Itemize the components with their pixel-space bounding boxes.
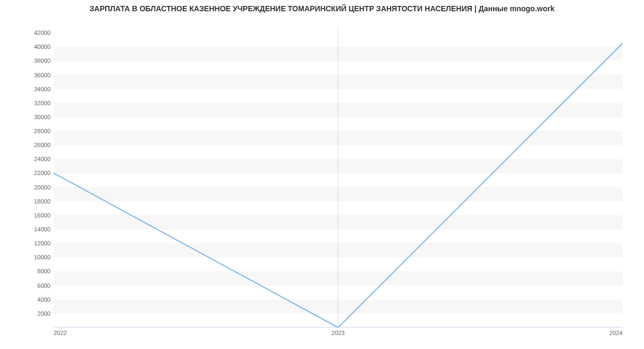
y-tick-label: 26000 — [34, 142, 50, 148]
y-tick-label: 30000 — [34, 114, 50, 120]
y-tick-label: 38000 — [34, 57, 50, 64]
y-tick-label: 42000 — [34, 30, 50, 36]
x-tick-label: 2023 — [332, 330, 345, 336]
y-tick-label: 40000 — [34, 43, 50, 50]
y-tick-label: 36000 — [34, 72, 50, 78]
x-tick-label: 2024 — [610, 330, 623, 336]
y-tick-label: 32000 — [34, 100, 50, 106]
y-tick-label: 16000 — [34, 212, 50, 219]
y-tick-label: 28000 — [34, 128, 50, 134]
y-tick-label: 2000 — [38, 310, 50, 317]
chart-container: ЗАРПЛАТА В ОБЛАСТНОЕ КАЗЕННОЕ УЧРЕЖДЕНИЕ… — [0, 0, 644, 349]
y-tick-label: 6000 — [38, 282, 50, 289]
chart-title: ЗАРПЛАТА В ОБЛАСТНОЕ КАЗЕННОЕ УЧРЕЖДЕНИЕ… — [0, 4, 644, 13]
y-tick-label: 14000 — [34, 226, 50, 232]
y-tick-label: 24000 — [34, 156, 50, 162]
y-tick-label: 34000 — [34, 86, 50, 92]
chart-svg — [54, 27, 623, 328]
y-tick-label: 4000 — [38, 296, 50, 303]
y-tick-label: 22000 — [34, 170, 50, 176]
y-tick-label: 20000 — [34, 184, 50, 191]
plot-area — [54, 27, 623, 328]
y-tick-label: 8000 — [38, 268, 50, 274]
x-tick-label: 2022 — [54, 330, 67, 336]
y-tick-label: 10000 — [34, 254, 50, 260]
y-tick-label: 12000 — [34, 240, 50, 246]
y-tick-label: 18000 — [34, 198, 50, 205]
